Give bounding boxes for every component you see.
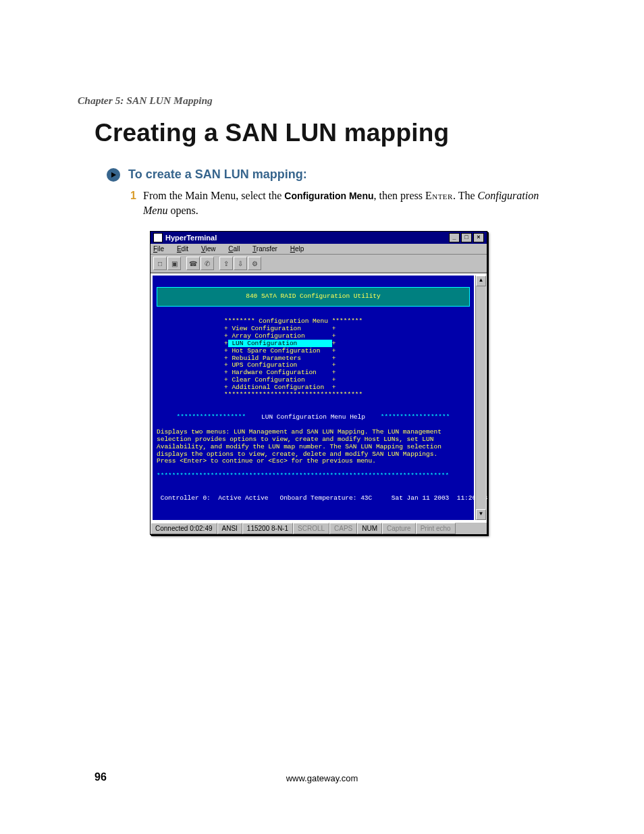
menu-help[interactable]: Help (290, 245, 310, 253)
terminal-frame: ▲ ▼ 840 SATA RAID Configuration Utility … (151, 273, 487, 522)
menu-name: Configuration Menu (284, 190, 373, 201)
step-fragment: . The (453, 190, 478, 201)
send-icon[interactable]: ⇪ (219, 257, 233, 270)
terminal-status-line: Controller 0: Active Active Onboard Temp… (157, 495, 470, 502)
status-scroll: SCROLL (293, 523, 329, 534)
help-title-line: ****************** LUN Configuration Men… (157, 414, 470, 421)
step-fragment: , then press (374, 190, 425, 201)
status-caps: CAPS (329, 523, 357, 534)
chapter-header: Chapter 5: SAN LUN Mapping (78, 95, 583, 107)
page-title: Creating a SAN LUN mapping (95, 119, 583, 147)
scrollbar[interactable]: ▲ ▼ (475, 276, 486, 520)
scroll-down-icon[interactable]: ▼ (476, 509, 486, 520)
properties-icon[interactable]: ⚙ (248, 257, 261, 270)
new-icon[interactable]: □ (153, 257, 167, 270)
status-port: 115200 8-N-1 (242, 523, 293, 534)
close-button[interactable]: × (473, 233, 484, 242)
receive-icon[interactable]: ⇩ (234, 257, 247, 270)
status-printecho: Print echo (416, 523, 456, 534)
howto-heading: To create a SAN LUN mapping: (107, 167, 583, 182)
status-num: NUM (357, 523, 382, 534)
util-header: 840 SATA RAID Configuration Utility (157, 287, 470, 307)
window-title: HyperTerminal (165, 234, 217, 242)
status-connected: Connected 0:02:49 (151, 523, 217, 534)
hangup-icon[interactable]: ☎ (186, 257, 200, 270)
menu-transfer[interactable]: Transfer (252, 245, 283, 253)
svg-marker-0 (111, 172, 116, 178)
help-bottom-rule: ****************************************… (157, 473, 470, 480)
window-titlebar: HyperTerminal _ □ × (151, 232, 487, 244)
play-icon (107, 168, 120, 182)
menubar: File Edit View Call Transfer Help (151, 244, 487, 255)
statusbar: Connected 0:02:49 ANSI 115200 8-N-1 SCRO… (151, 522, 487, 534)
call-icon[interactable]: ✆ (200, 257, 214, 270)
step-text: From the Main Menu, select the Configura… (143, 188, 540, 217)
scroll-up-icon[interactable]: ▲ (476, 276, 486, 286)
step-fragment: From the Main Menu, select the (143, 190, 284, 201)
terminal: 840 SATA RAID Configuration Utility ****… (153, 276, 474, 520)
step-1: 1 From the Main Menu, select the Configu… (128, 188, 540, 217)
step-number: 1 (128, 188, 136, 217)
footer-url: www.gateway.com (0, 773, 644, 783)
minimize-button[interactable]: _ (449, 233, 460, 242)
maximize-button[interactable]: □ (461, 233, 472, 242)
config-menu: ******** Configuration Menu ******** + V… (157, 318, 470, 399)
menu-edit[interactable]: Edit (177, 245, 194, 253)
app-icon (153, 233, 163, 242)
status-emulation: ANSI (217, 523, 242, 534)
menu-call[interactable]: Call (228, 245, 245, 253)
open-icon[interactable]: ▣ (167, 257, 181, 270)
menu-view[interactable]: View (201, 245, 221, 253)
key-name: Enter (425, 190, 453, 201)
help-body: Displays two menus: LUN Management and S… (157, 429, 470, 466)
status-capture: Capture (382, 523, 416, 534)
menu-file[interactable]: File (153, 245, 169, 253)
screenshot: HyperTerminal _ □ × File Edit View Call … (150, 231, 487, 535)
howto-label: To create a SAN LUN mapping: (128, 167, 307, 182)
toolbar: □▣☎✆⇪⇩⚙ (151, 255, 487, 273)
step-fragment: opens. (167, 205, 198, 216)
